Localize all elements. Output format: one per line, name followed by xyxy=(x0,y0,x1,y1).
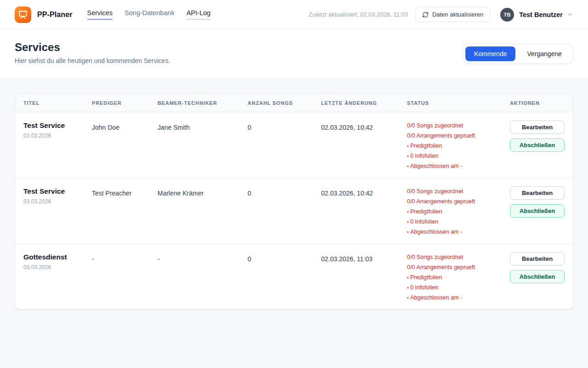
status-line: 0/0 Songs zugeordnet xyxy=(407,186,503,196)
service-filter-toggle: Kommende Vergangene xyxy=(463,44,573,64)
status-line: Predigtfolien xyxy=(407,207,503,217)
column-header-status: STATUS xyxy=(407,100,510,106)
complete-button[interactable]: Abschließen xyxy=(510,270,565,283)
status-list: 0/0 Songs zugeordnet0/0 Arrangements gep… xyxy=(407,252,510,303)
title-cell: Test Service 02.03.2026 xyxy=(23,121,92,139)
table-header-row: TITEL PREDIGER BEAMER-TECHNIKER ANZAHL S… xyxy=(15,94,573,112)
app-header: PP-Planer Services Song-Datenbank API-Lo… xyxy=(0,0,588,29)
refresh-data-button[interactable]: Daten aktualisieren xyxy=(415,7,490,22)
actions-cell: Bearbeiten Abschließen xyxy=(510,252,565,283)
status-list: 0/0 Songs zugeordnet0/0 Arrangements gep… xyxy=(407,186,510,237)
preacher-cell: - xyxy=(92,252,158,263)
service-date: 08.03.2026 xyxy=(23,264,85,270)
column-header-titel: TITEL xyxy=(23,100,92,106)
service-title: Gottesdienst xyxy=(23,253,85,261)
status-line: Abgeschlossen am - xyxy=(407,293,503,303)
title-cell: Gottesdienst 08.03.2026 xyxy=(23,252,92,270)
actions-cell: Bearbeiten Abschließen xyxy=(510,186,565,218)
status-line: Abgeschlossen am - xyxy=(407,227,503,237)
column-header-aktionen: AKTIONEN xyxy=(510,100,565,106)
table-body: Test Service 02.03.2026 John Doe Jane Sm… xyxy=(15,112,573,309)
user-menu[interactable]: TB Test Benutzer xyxy=(500,8,573,22)
status-list: 0/0 Songs zugeordnet0/0 Arrangements gep… xyxy=(407,121,510,171)
chevron-down-icon xyxy=(566,11,573,18)
app-title: PP-Planer xyxy=(37,11,73,19)
main-nav: Services Song-Datenbank API-Log xyxy=(87,9,211,20)
page-header: Services Hier siehst du alle heutigen un… xyxy=(0,29,588,79)
status-line: 0/0 Arrangements geprueft xyxy=(407,196,503,207)
complete-button[interactable]: Abschließen xyxy=(510,138,565,152)
column-header-prediger: PREDIGER xyxy=(92,100,158,106)
service-title: Test Service xyxy=(23,121,85,130)
table-row: Test Service 03.03.2026 Test Preacher Ma… xyxy=(15,178,573,243)
last-change-cell: 02.03.2026, 10:42 xyxy=(321,186,407,197)
actions-cell: Bearbeiten Abschließen xyxy=(510,121,565,152)
edit-button[interactable]: Bearbeiten xyxy=(510,252,565,265)
status-line: 0/0 Arrangements geprueft xyxy=(407,262,503,272)
presentation-icon xyxy=(18,10,28,19)
edit-button[interactable]: Bearbeiten xyxy=(510,121,565,134)
filter-vergangene-button[interactable]: Vergangene xyxy=(518,46,571,61)
preacher-cell: John Doe xyxy=(92,121,158,131)
nav-item-services[interactable]: Services xyxy=(87,9,113,20)
column-header-letzte-aenderung: LETZTE ÄNDERUNG xyxy=(321,100,407,106)
status-line: 0/0 Songs zugeordnet xyxy=(407,121,503,131)
app-logo xyxy=(15,6,31,23)
song-count-cell: 0 xyxy=(248,121,321,131)
title-cell: Test Service 03.03.2026 xyxy=(23,186,92,205)
services-table-card: TITEL PREDIGER BEAMER-TECHNIKER ANZAHL S… xyxy=(15,93,573,310)
nav-item-song-datenbank[interactable]: Song-Datenbank xyxy=(124,9,175,20)
column-header-beamer-techniker: BEAMER-TECHNIKER xyxy=(158,100,248,106)
status-line: Predigtfolien xyxy=(407,141,503,151)
status-line: 0 Infofolien xyxy=(407,151,503,161)
nav-item-api-log[interactable]: API-Log xyxy=(187,9,210,20)
beamer-technician-cell: Jane Smith xyxy=(158,121,248,131)
song-count-cell: 0 xyxy=(248,252,321,263)
status-line: 0 Infofolien xyxy=(407,217,503,227)
refresh-button-label: Daten aktualisieren xyxy=(432,11,483,18)
status-line: 0/0 Arrangements geprueft xyxy=(407,131,503,141)
filter-kommende-button[interactable]: Kommende xyxy=(465,46,516,61)
refresh-icon xyxy=(422,12,429,18)
page-content: TITEL PREDIGER BEAMER-TECHNIKER ANZAHL S… xyxy=(0,79,588,324)
last-change-cell: 02.03.2026, 11:03 xyxy=(321,252,407,263)
complete-button[interactable]: Abschließen xyxy=(510,204,565,218)
status-line: 0 Infofolien xyxy=(407,282,503,293)
preacher-cell: Test Preacher xyxy=(92,186,158,197)
last-change-cell: 02.03.2026, 10:42 xyxy=(321,121,407,131)
avatar: TB xyxy=(500,8,514,22)
status-line: 0/0 Songs zugeordnet xyxy=(407,252,503,262)
user-name: Test Benutzer xyxy=(519,11,563,18)
status-line: Predigtfolien xyxy=(407,272,503,282)
status-line: Abgeschlossen am - xyxy=(407,161,503,171)
service-date: 02.03.2026 xyxy=(23,132,85,139)
table-row: Gottesdienst 08.03.2026 - - 0 02.03.2026… xyxy=(15,243,573,309)
table-row: Test Service 02.03.2026 John Doe Jane Sm… xyxy=(15,112,573,178)
beamer-technician-cell: Marlene Krämer xyxy=(158,186,248,197)
song-count-cell: 0 xyxy=(248,186,321,197)
last-updated-text: Zuletzt aktualisiert: 02.03.2026, 11:03 xyxy=(309,11,408,18)
edit-button[interactable]: Bearbeiten xyxy=(510,186,565,200)
service-date: 03.03.2026 xyxy=(23,198,85,205)
beamer-technician-cell: - xyxy=(158,252,248,263)
service-title: Test Service xyxy=(23,187,85,196)
column-header-anzahl-songs: ANZAHL SONGS xyxy=(248,100,321,106)
